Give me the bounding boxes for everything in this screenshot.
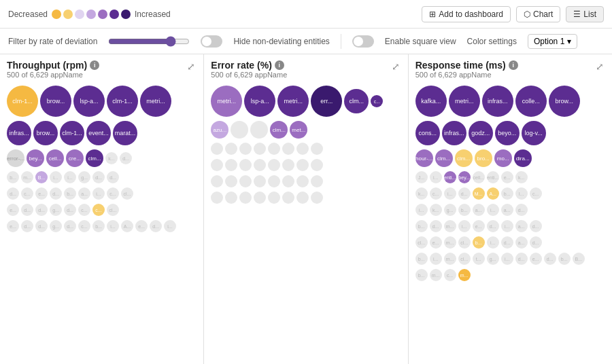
bubble[interactable]: b... [7, 171, 19, 183]
bubble[interactable]: A... [121, 220, 133, 232]
bubble[interactable]: B... [573, 253, 585, 265]
bubble[interactable]: metri... [449, 86, 480, 117]
bubble[interactable]: azu... [211, 121, 228, 139]
bubble[interactable]: d... [107, 171, 119, 183]
bubble[interactable]: brow... [33, 121, 58, 145]
bubble[interactable]: beyo... [495, 121, 520, 145]
bubble[interactable]: g... [487, 253, 499, 265]
bubble[interactable]: m... [21, 171, 33, 183]
bubble[interactable] [268, 192, 280, 204]
bubble[interactable]: dira... [514, 149, 532, 167]
bubble[interactable]: infras... [482, 86, 513, 117]
bubble[interactable]: g... [50, 220, 62, 232]
add-dashboard-button[interactable]: ⊞ Add to dashboard [422, 6, 511, 22]
bubble[interactable]: e... [35, 187, 48, 200]
bubble[interactable]: e... [430, 236, 442, 249]
bubble[interactable]: bey... [27, 149, 44, 167]
bubble[interactable]: a... [78, 187, 90, 200]
bubble[interactable]: i... [487, 236, 499, 249]
bubble[interactable] [225, 143, 237, 155]
bubble[interactable] [282, 175, 294, 187]
hide-toggle[interactable] [201, 35, 222, 48]
bubble[interactable]: clm... [435, 149, 453, 167]
bubble[interactable] [211, 192, 223, 204]
bubble[interactable]: i... [444, 187, 456, 200]
bubble[interactable] [225, 159, 237, 171]
bubble[interactable]: b... [92, 220, 105, 232]
bubble[interactable]: i... [501, 220, 513, 232]
bubble[interactable]: cl... [458, 253, 471, 265]
bubble[interactable] [296, 143, 309, 155]
bubble[interactable]: e... [7, 220, 19, 232]
bubble[interactable]: d... [430, 220, 442, 232]
bubble[interactable] [239, 159, 252, 171]
bubble[interactable]: hour-... [415, 149, 433, 167]
bubble[interactable]: e... [473, 220, 485, 232]
bubble[interactable]: t... [473, 253, 485, 265]
bubble[interactable]: err... [311, 86, 342, 117]
bubble[interactable]: e... [135, 220, 148, 232]
bubble[interactable]: b... [458, 204, 471, 216]
bubble[interactable]: b... [64, 187, 76, 200]
bubble[interactable]: log-v... [522, 121, 546, 145]
bubble[interactable]: e... [7, 204, 19, 216]
bubble[interactable]: b... [415, 220, 428, 232]
bubble[interactable]: cl... [415, 236, 428, 249]
bubble[interactable]: clm... [344, 89, 369, 113]
bubble[interactable]: lsp-a... [244, 86, 275, 117]
bubble[interactable]: d... [21, 204, 33, 216]
bubble[interactable] [311, 159, 323, 171]
bubble[interactable]: k... [415, 187, 428, 200]
bubble[interactable]: cl... [107, 204, 119, 216]
bubble[interactable]: d... [7, 187, 19, 200]
bubble[interactable] [282, 192, 294, 204]
bubble[interactable]: c... [21, 187, 33, 200]
bubble[interactable]: cons... [415, 121, 440, 145]
bubble[interactable]: m... [444, 220, 456, 232]
bubble[interactable] [268, 175, 280, 187]
bubble[interactable]: m... [444, 236, 456, 249]
error-rate-info-icon[interactable]: i [275, 60, 284, 70]
bubble[interactable]: clm... [455, 149, 473, 167]
bubble[interactable]: d... [150, 220, 162, 232]
bubble[interactable] [254, 192, 266, 204]
bubble[interactable]: clm-1... [107, 86, 138, 117]
bubble[interactable]: d... [515, 253, 528, 265]
bubble[interactable]: d... [35, 204, 48, 216]
bubble[interactable]: d... [50, 187, 62, 200]
bubble[interactable]: m... [444, 253, 456, 265]
bubble[interactable]: k... [105, 152, 118, 164]
bubble[interactable]: i... [64, 171, 76, 183]
bubble[interactable]: enti... [444, 171, 456, 183]
bubble[interactable]: c... [78, 220, 90, 232]
bubble[interactable]: d... [64, 204, 76, 216]
bubble[interactable] [282, 159, 294, 171]
bubble[interactable]: m... [430, 269, 442, 281]
bubble[interactable] [239, 175, 252, 187]
bubble[interactable]: c... [530, 187, 542, 200]
bubble[interactable]: k... [430, 204, 442, 216]
bubble[interactable]: i... [430, 171, 442, 183]
bubble[interactable]: i... [92, 187, 105, 200]
deviation-slider[interactable] [108, 36, 190, 47]
bubble[interactable] [250, 121, 268, 139]
bubble[interactable]: d... [501, 236, 513, 249]
bubble[interactable]: e... [501, 171, 513, 183]
bubble[interactable]: i... [501, 253, 513, 265]
bubble[interactable]: cl... [121, 187, 133, 200]
bubble[interactable]: a... [473, 204, 485, 216]
bubble[interactable] [282, 143, 294, 155]
bubble[interactable]: m... [458, 269, 471, 281]
bubble[interactable]: clm... [270, 121, 288, 139]
bubble[interactable]: met... [290, 121, 307, 139]
bubble[interactable]: godz... [469, 121, 493, 145]
bubble[interactable]: brow... [549, 86, 580, 117]
bubble[interactable]: bro... [475, 149, 492, 167]
bubble[interactable]: metri... [211, 86, 242, 117]
bubble[interactable]: i... [430, 253, 442, 265]
bubble[interactable]: kafka... [415, 86, 447, 117]
bubble[interactable]: d... [21, 220, 33, 232]
bubble[interactable]: J... [415, 171, 428, 183]
bubble[interactable] [296, 175, 309, 187]
bubble[interactable] [211, 159, 223, 171]
